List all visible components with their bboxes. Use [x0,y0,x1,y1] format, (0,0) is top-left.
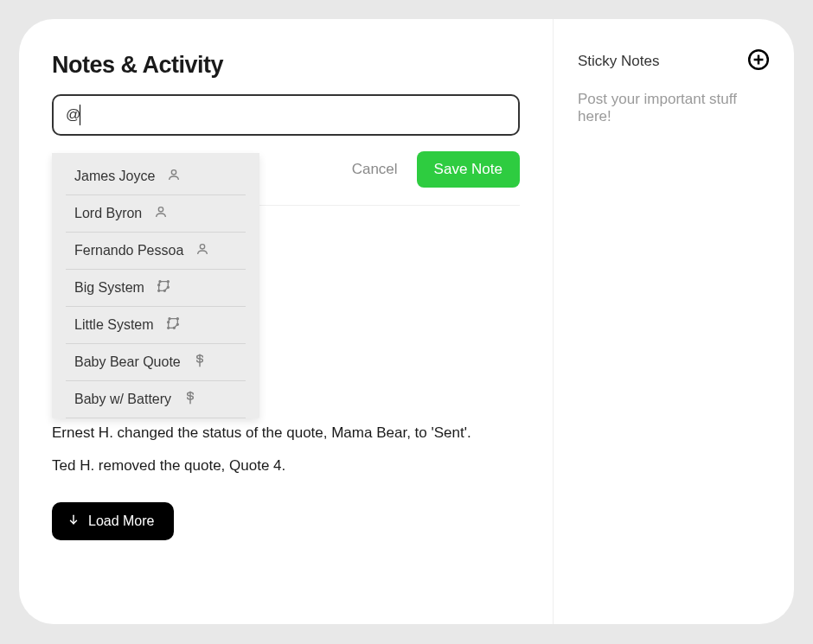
person-icon [195,242,209,259]
svg-point-10 [158,284,160,286]
svg-point-5 [159,281,161,283]
mention-option[interactable]: James Joyce [52,158,259,194]
person-icon [154,205,168,222]
mention-option[interactable]: Big System [52,270,259,306]
sticky-title: Sticky Notes [578,53,659,70]
svg-point-15 [173,327,175,328]
note-input[interactable] [52,94,520,136]
mention-option[interactable]: Baby Bear Quote [52,344,259,380]
mention-option-label: Fernando Pessoa [74,243,183,258]
mention-option-label: Baby w/ Battery [74,392,171,407]
mention-option[interactable]: Little System [52,307,259,343]
load-more-label: Load More [88,513,155,529]
activity-line: Ted H. removed the quote, Quote 4. [52,456,520,476]
svg-point-2 [159,207,163,212]
svg-point-17 [167,322,169,323]
mention-option[interactable]: Fernando Pessoa [52,233,259,269]
mention-option-label: Lord Byron [74,206,142,221]
mention-option-label: Little System [74,317,154,333]
svg-point-7 [167,286,169,288]
svg-point-8 [163,290,165,291]
sticky-notes-pane: Sticky Notes Post your important stuff h… [554,19,794,624]
svg-point-12 [169,318,170,320]
mention-option-label: Big System [74,280,144,296]
sticky-header: Sticky Notes [578,48,770,73]
dropdown-divider [66,418,246,418]
cancel-button[interactable]: Cancel [352,161,398,178]
note-input-wrap [52,94,520,136]
svg-point-6 [167,281,169,283]
dollar-icon [193,354,207,371]
mention-option[interactable]: Lord Byron [52,195,259,232]
svg-point-14 [176,323,178,325]
svg-point-3 [201,245,205,249]
svg-point-9 [158,290,160,291]
arrow-down-icon [67,513,80,529]
polygon-icon [157,279,170,296]
svg-point-16 [167,327,169,328]
page-title: Notes & Activity [52,52,520,79]
sticky-description: Post your important stuff here! [578,91,770,125]
dollar-icon [183,391,197,408]
mention-option[interactable]: Baby w/ Battery [52,381,259,418]
plus-circle-icon [747,61,770,73]
svg-point-1 [172,170,176,175]
notes-activity-pane: Notes & Activity Cancel Save Note …ote w… [19,19,554,624]
svg-point-13 [176,318,178,320]
text-caret [80,105,80,125]
save-note-button[interactable]: Save Note [417,151,520,188]
mention-option-label: Baby Bear Quote [74,354,181,370]
load-more-button[interactable]: Load More [52,502,174,540]
person-icon [167,168,181,185]
add-sticky-button[interactable] [747,48,770,73]
mention-dropdown: James Joyce Lord Byron Fernando Pessoa B… [52,153,259,418]
activity-line: Ernest H. changed the status of the quot… [52,423,520,443]
mention-option-label: James Joyce [74,169,155,184]
polygon-icon [166,316,180,334]
main-card: Notes & Activity Cancel Save Note …ote w… [19,19,794,624]
